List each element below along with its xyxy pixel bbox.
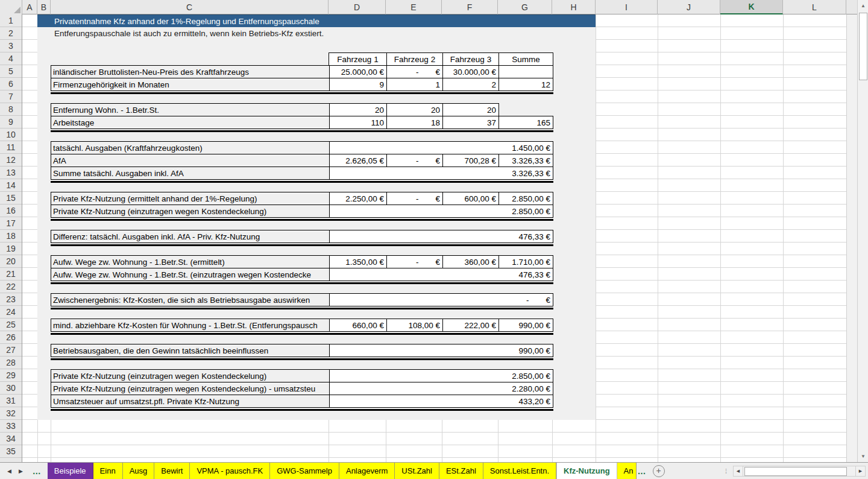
value-cell[interactable]: -€ [386,256,442,268]
value-cell[interactable]: 9 [329,78,386,90]
row-header-30[interactable]: 30 [0,382,22,395]
row-header-23[interactable]: 23 [0,293,22,306]
row-header-14[interactable]: 14 [0,179,22,192]
row-header-8[interactable]: 8 [0,103,22,116]
column-header-A[interactable]: A [22,0,37,14]
vertical-scroll-thumb[interactable] [859,13,867,80]
value-cell[interactable]: 2.626,05 € [329,154,386,167]
value-cell[interactable]: 990,00 € [498,319,553,331]
worksheet-grid[interactable]: Privatentnahme Kfz anhand der 1%-Regelun… [22,14,846,462]
row-label-cell[interactable]: tatsächl. Ausgaben (Kraftfahrzeugkosten) [51,142,329,154]
value-cell[interactable]: 20 [386,104,442,116]
row-label-cell[interactable]: Private Kfz-Nutzung (einzutragen wegen K… [51,382,329,395]
row-header-7[interactable]: 7 [0,90,22,103]
row-header-12[interactable]: 12 [0,154,22,167]
row-header-15[interactable]: 15 [0,192,22,205]
column-header-D[interactable]: D [329,0,386,14]
row-label-cell[interactable]: Private Kfz-Nutzung (einzutragen wegen K… [51,370,329,382]
tab-scroll-right-icon[interactable]: ▶ [19,468,23,474]
row-header-33[interactable]: 33 [0,420,22,433]
value-cell[interactable]: 18 [386,116,442,128]
horizontal-scroll-thumb[interactable] [744,467,847,476]
row-header-35[interactable]: 35 [0,445,22,458]
merged-value-cell[interactable]: 2.850,00 € [329,205,553,217]
column-header-J[interactable]: J [658,0,720,14]
row-header-1[interactable]: 1 [0,14,22,27]
row-header-28[interactable]: 28 [0,357,22,369]
value-cell[interactable]: -€ [386,154,442,167]
column-header-H[interactable]: H [552,0,596,14]
value-cell[interactable]: 2 [442,78,498,90]
row-label-cell[interactable]: Summe tatsächl. Ausgaben inkl. AfA [51,167,329,179]
column-header-B[interactable]: B [37,0,51,14]
value-cell[interactable]: 1.350,00 € [329,256,386,268]
tabs-overflow-right-icon[interactable]: … [638,466,647,476]
row-label-cell[interactable]: Aufw. Wege zw. Wohnung - 1.Betr.St. (erm… [51,256,329,268]
row-header-5[interactable]: 5 [0,65,22,78]
sheet-tab-anlageverm[interactable]: Anlageverm [339,463,395,479]
row-header-2[interactable]: 2 [0,27,22,40]
vehicle-header-cell[interactable]: Fahrzeug 1 [329,53,386,65]
row-header-24[interactable]: 24 [0,306,22,319]
merged-value-cell[interactable]: 476,33 € [329,268,553,281]
value-cell[interactable]: 12 [498,78,553,90]
sheet-tab-bewirt[interactable]: Bewirt [154,463,190,479]
value-cell[interactable]: 37 [442,116,498,128]
sheet-subtitle-cell[interactable]: Entferungspauschale ist auch zu ermittel… [37,27,596,40]
scroll-right-icon[interactable]: ▶ [855,466,866,477]
row-header-29[interactable]: 29 [0,369,22,382]
value-cell[interactable]: 360,00 € [442,256,498,268]
merged-value-cell[interactable]: 2.850,00 € [329,370,553,382]
value-cell[interactable]: 20 [442,104,498,116]
select-all-corner[interactable] [0,0,22,14]
row-header-22[interactable]: 22 [0,281,22,293]
value-cell[interactable]: 30.000,00 € [442,66,498,78]
vehicle-header-cell[interactable]: Fahrzeug 2 [386,53,442,65]
tabs-overflow-left-icon[interactable]: … [33,466,42,476]
horizontal-scrollbar[interactable]: ◀ ▶ [733,465,866,477]
merged-value-cell[interactable]: 3.326,33 € [329,167,553,179]
row-header-27[interactable]: 27 [0,344,22,357]
row-header-32[interactable]: 32 [0,407,22,420]
row-header-31[interactable]: 31 [0,395,22,407]
row-header-21[interactable]: 21 [0,268,22,281]
row-header-18[interactable]: 18 [0,230,22,243]
row-label-cell[interactable]: AfA [51,154,329,167]
value-cell[interactable]: -€ [386,192,442,205]
row-label-cell[interactable]: Aufw. Wege zw. Wohnung - 1.Betr.St. (ein… [51,268,329,281]
sheet-tab-beispiele[interactable]: Beispiele [48,463,93,479]
column-header-K[interactable]: K [720,0,783,14]
row-header-9[interactable]: 9 [0,116,22,128]
row-label-cell[interactable]: Private Kfz-Nutzung (einzutragen wegen K… [51,205,329,217]
add-sheet-button[interactable]: + [653,465,665,477]
merged-value-cell[interactable]: 990,00 € [329,344,553,357]
merged-value-cell[interactable]: 476,33 € [329,230,553,243]
row-header-4[interactable]: 4 [0,52,22,65]
column-header-C[interactable]: C [51,0,329,14]
value-cell[interactable]: 20 [329,104,386,116]
row-label-cell[interactable]: Umsatzsteuer auf umsatzst.pfl. Private K… [51,395,329,407]
column-header-F[interactable]: F [442,0,498,14]
sheet-tab-an[interactable]: An [617,463,637,479]
row-header-11[interactable]: 11 [0,141,22,154]
value-cell[interactable]: 660,00 € [329,319,386,331]
row-label-cell[interactable]: Firmenzugehörigkeit in Monaten [51,78,329,90]
vehicle-header-cell[interactable]: Fahrzeug 3 [442,53,498,65]
row-header-26[interactable]: 26 [0,331,22,344]
row-label-cell[interactable]: Entfernung Wohn. - 1.Betr.St. [51,104,329,116]
row-header-3[interactable]: 3 [0,40,22,52]
row-header-34[interactable]: 34 [0,433,22,445]
value-cell[interactable]: 1 [386,78,442,90]
vehicle-header-cell[interactable]: Summe [498,53,553,65]
value-cell[interactable]: -€ [386,66,442,78]
sheet-tab-est-zahl[interactable]: ESt.Zahl [439,463,483,479]
row-header-10[interactable]: 10 [0,128,22,141]
row-header-16[interactable]: 16 [0,205,22,217]
row-label-cell[interactable]: Private Kfz-Nutzung (ermittelt anhand de… [51,192,329,205]
sheet-tab-vpma-pausch-fk[interactable]: VPMA - pausch.FK [190,463,270,479]
row-label-cell[interactable]: Arbeitstage [51,116,329,128]
value-cell[interactable] [498,66,553,78]
row-header-25[interactable]: 25 [0,319,22,331]
merged-value-cell[interactable]: 1.450,00 € [329,142,553,154]
sheet-tab-ausg[interactable]: Ausg [123,463,155,479]
